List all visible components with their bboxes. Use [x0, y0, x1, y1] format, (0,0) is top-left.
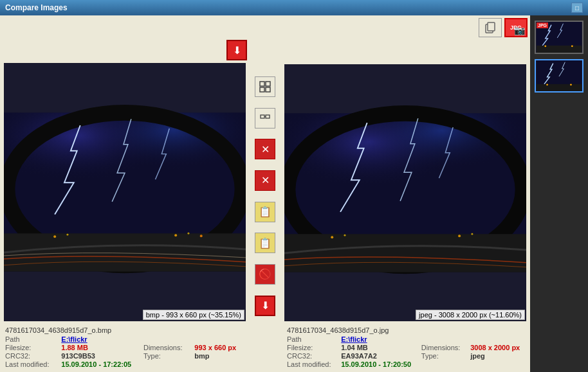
left-modified-value: 15.09.2010 - 17:22:05	[61, 360, 138, 368]
svg-point-27	[471, 233, 473, 235]
left-filename: 4781617034_4638d915d7_o.bmp	[5, 326, 243, 334]
jpg-badge-button[interactable]: JPG 📷	[504, 18, 528, 37]
right-image-section: jpeg - 3008 x 2000 px (~11.60%)	[283, 40, 528, 323]
left-filesize-value: 1.88 MB	[61, 344, 138, 351]
svg-point-34	[546, 84, 548, 85]
left-image-container: bmp - 993 x 660 px (~35.15%)	[4, 63, 246, 321]
right-image-badge: jpeg - 3008 x 2000 px (~11.60%)	[416, 310, 525, 320]
copy-left-button[interactable]: 📋	[255, 202, 275, 222]
camera-icon: 📷	[514, 25, 525, 35]
right-info-panel: 4781617034_4638d915d7_o.jpg Path E:\flic…	[284, 325, 528, 369]
images-row: ⬇	[3, 40, 528, 323]
right-path-value[interactable]: E:\flickr	[341, 335, 416, 343]
left-modified-label: Last modified:	[5, 360, 56, 368]
right-image-svg	[284, 64, 526, 321]
right-crc-label: CRC32:	[287, 352, 336, 360]
svg-rect-23	[284, 234, 526, 272]
left-crc-label: CRC32:	[5, 352, 56, 360]
svg-point-24	[331, 236, 333, 238]
thumbnail-2[interactable]	[535, 59, 583, 93]
copy-right-button[interactable]: 📋	[255, 233, 275, 253]
sync-icon	[259, 112, 271, 124]
title-bar: Compare Images □	[0, 0, 588, 15]
right-filename: 4781617034_4638d915d7_o.jpg	[287, 326, 525, 334]
svg-rect-12	[260, 82, 264, 86]
left-top-controls: ⬇	[3, 40, 247, 60]
svg-point-31	[571, 45, 573, 47]
right-info-grid: Path E:\flickr Filesize: 1.04 MB Dimensi…	[287, 335, 525, 368]
right-filesize-value: 1.04 MB	[341, 344, 416, 351]
window-title: Compare Images	[5, 3, 68, 12]
info-middle-spacer	[246, 325, 284, 369]
svg-point-26	[458, 235, 461, 237]
svg-rect-16	[261, 115, 264, 118]
left-type-value: bmp	[194, 352, 243, 360]
center-panel: JPG 📷 ⬇	[0, 15, 530, 372]
block-left-button[interactable]: 🚫	[255, 264, 275, 285]
left-filesize-label: Filesize:	[5, 344, 56, 351]
left-image-badge: bmp - 993 x 660 px (~35.15%)	[143, 310, 244, 320]
svg-rect-1	[488, 22, 495, 31]
left-image-svg	[4, 63, 246, 321]
left-download-button[interactable]: ⬇	[226, 40, 247, 60]
left-dimensions-label: Dimensions:	[143, 344, 189, 351]
copy-icon	[484, 21, 497, 34]
left-crc-value: 913C9B53	[61, 352, 138, 360]
svg-point-9	[174, 234, 177, 236]
fit-button[interactable]	[255, 76, 275, 97]
left-image-section: ⬇	[3, 40, 247, 323]
left-type-label: Type:	[143, 352, 189, 360]
delete-left-button[interactable]: ✕	[255, 139, 275, 159]
left-path-label: Path	[5, 335, 56, 343]
thumbnail-1[interactable]: JPG	[535, 21, 583, 54]
right-modified-value: 15.09.2010 - 17:20:50	[341, 360, 416, 368]
left-info-panel: 4781617034_4638d915d7_o.bmp Path E:\flic…	[3, 325, 246, 369]
top-toolbar: JPG 📷	[3, 18, 528, 37]
sync-button[interactable]	[255, 108, 275, 128]
right-crc-value: EA93A7A2	[341, 352, 416, 360]
svg-point-25	[344, 235, 346, 236]
restore-button[interactable]: □	[571, 3, 583, 13]
copy-icon-button[interactable]	[479, 18, 502, 37]
svg-point-8	[66, 234, 68, 236]
svg-rect-13	[266, 82, 270, 86]
right-top-spacer	[283, 40, 528, 63]
right-dimensions-label: Dimensions:	[421, 344, 465, 351]
right-filesize-label: Filesize:	[287, 344, 336, 351]
svg-rect-33	[537, 84, 582, 91]
left-dimensions-value: 993 x 660 px	[194, 344, 243, 351]
svg-rect-6	[4, 233, 246, 271]
right-modified-label: Last modified:	[287, 360, 336, 368]
svg-point-30	[544, 45, 546, 47]
download-right-button[interactable]: ⬇	[255, 296, 275, 316]
right-type-value: jpeg	[470, 352, 525, 360]
middle-toolbar: ✕ ✕ 📋 📋 🚫 ⬇	[247, 40, 283, 323]
svg-rect-29	[537, 46, 582, 53]
svg-rect-15	[266, 87, 270, 92]
left-info-grid: Path E:\flickr Filesize: 1.88 MB Dimensi…	[5, 335, 243, 368]
info-panels-row: 4781617034_4638d915d7_o.bmp Path E:\flic…	[3, 325, 528, 369]
right-path-label: Path	[287, 335, 336, 343]
left-path-value[interactable]: E:\flickr	[61, 335, 138, 343]
thumb1-badge: JPG	[537, 22, 548, 28]
fit-icon	[259, 81, 271, 93]
svg-rect-14	[260, 87, 264, 92]
window-controls: □	[571, 3, 583, 13]
svg-rect-17	[266, 115, 270, 118]
main-container: JPG 📷 ⬇	[0, 15, 588, 372]
svg-point-35	[570, 84, 572, 85]
delete-right-button[interactable]: ✕	[255, 170, 275, 191]
right-dimensions-value: 3008 x 2000 px	[470, 344, 525, 351]
right-image-container: jpeg - 3008 x 2000 px (~11.60%)	[284, 64, 526, 321]
svg-point-11	[200, 235, 203, 237]
right-type-label: Type:	[421, 352, 465, 360]
svg-point-7	[53, 235, 56, 238]
svg-point-10	[187, 233, 189, 235]
thumbnail-panel: JPG	[530, 15, 588, 372]
